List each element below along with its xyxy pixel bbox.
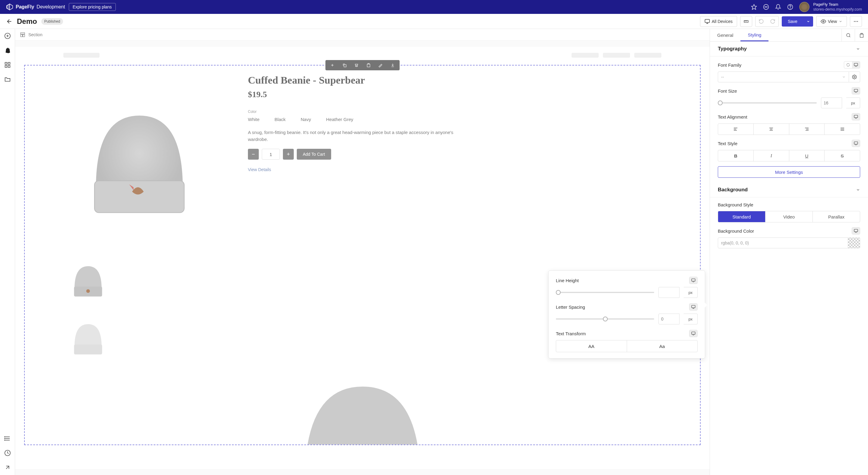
chat-icon[interactable] (763, 4, 769, 10)
typography-header[interactable]: Typography (710, 42, 868, 56)
toolbar-right: All Devices Save View (700, 16, 862, 27)
eye-icon (820, 19, 826, 24)
tab-general[interactable]: General (710, 29, 740, 41)
capitalize-button[interactable]: Aa (627, 340, 698, 352)
underline-icon[interactable]: U (789, 150, 825, 161)
align-center-icon[interactable] (754, 124, 789, 135)
font-size-label: Font Size (718, 88, 737, 94)
strikethrough-icon[interactable]: S (825, 150, 860, 161)
bg-color-input[interactable]: rgba(0, 0, 0, 0) (718, 237, 848, 248)
view-label: View (828, 19, 837, 24)
font-size-input[interactable] (821, 97, 842, 108)
undo-redo-group (755, 16, 779, 27)
inspector-tools (841, 29, 868, 41)
apps-icon[interactable] (4, 62, 11, 68)
svg-rect-72 (854, 229, 858, 232)
more-button[interactable] (850, 16, 862, 27)
svg-rect-70 (854, 142, 858, 144)
help-icon[interactable] (787, 4, 793, 10)
device-toggle[interactable] (852, 140, 860, 147)
bg-style-row: Background Style (718, 202, 860, 207)
undo-button[interactable] (755, 16, 767, 27)
align-left-icon[interactable] (718, 124, 754, 135)
font-family-select[interactable]: -- (718, 71, 849, 82)
view-button[interactable]: View (816, 16, 847, 27)
slider-knob[interactable] (603, 317, 608, 321)
letter-spacing-slider[interactable] (556, 318, 654, 320)
font-size-slider[interactable] (718, 102, 817, 103)
export-icon[interactable] (4, 464, 11, 471)
copy-style-icon[interactable] (855, 29, 868, 41)
user-store: stores-demo.myshopify.com (813, 7, 862, 12)
svg-rect-78 (691, 332, 695, 334)
svg-point-30 (4, 437, 5, 437)
slider-knob[interactable] (718, 100, 723, 105)
device-toggle[interactable] (689, 277, 698, 284)
ruler-button[interactable] (740, 16, 752, 27)
chevron-down-icon (842, 75, 846, 79)
bg-standard-button[interactable]: Standard (718, 211, 766, 222)
back-button[interactable] (6, 18, 13, 25)
bg-color-swatch[interactable] (848, 237, 860, 248)
star-icon[interactable] (751, 4, 757, 10)
save-dropdown[interactable] (803, 16, 813, 27)
chevron-down-icon (856, 47, 860, 51)
desktop-icon[interactable] (689, 277, 697, 284)
redo-button[interactable] (767, 16, 778, 27)
device-toggle[interactable] (844, 61, 860, 68)
folder-icon[interactable] (4, 76, 11, 83)
bg-parallax-button[interactable]: Parallax (813, 211, 860, 222)
svg-point-16 (823, 21, 824, 22)
history-icon[interactable] (4, 450, 11, 456)
sync-icon[interactable] (844, 62, 852, 68)
all-devices-button[interactable]: All Devices (700, 16, 737, 27)
bell-icon[interactable] (775, 4, 781, 10)
bg-style-buttons: Standard Video Parallax (718, 211, 860, 222)
shopify-icon[interactable] (4, 47, 11, 54)
bold-icon[interactable]: B (718, 150, 754, 161)
tab-styling[interactable]: Styling (740, 29, 769, 41)
letter-spacing-unit[interactable]: px (684, 314, 698, 324)
desktop-icon[interactable] (852, 62, 860, 68)
desktop-icon[interactable] (852, 140, 860, 147)
device-toggle[interactable] (852, 87, 860, 94)
letter-spacing-input[interactable] (658, 314, 680, 324)
svg-rect-26 (8, 65, 10, 67)
logo-icon (6, 3, 13, 10)
slider-knob[interactable] (556, 290, 561, 295)
line-height-unit[interactable]: px (684, 287, 698, 298)
desktop-icon[interactable] (689, 304, 697, 310)
svg-point-31 (4, 438, 5, 439)
more-settings-button[interactable]: More Settings (718, 166, 860, 178)
line-height-label: Line Height (556, 278, 579, 283)
layers-icon[interactable] (4, 435, 11, 442)
font-size-unit[interactable]: px (846, 97, 860, 108)
svg-rect-23 (5, 62, 7, 64)
save-button[interactable]: Save (782, 16, 803, 27)
bg-video-button[interactable]: Video (766, 211, 813, 222)
explore-pricing-button[interactable]: Explore pricing plans (69, 3, 116, 11)
inspector-panel: General Styling Typography Font Family (710, 29, 868, 475)
desktop-icon[interactable] (852, 88, 860, 94)
uppercase-button[interactable]: AA (556, 340, 627, 352)
typography-body: Font Family -- Font Size (710, 56, 868, 183)
user-menu[interactable]: PageFly Team stores-demo.myshopify.com (799, 2, 862, 12)
font-settings-button[interactable] (849, 71, 860, 82)
search-icon[interactable] (841, 29, 855, 41)
background-header[interactable]: Background (710, 183, 868, 197)
save-group: Save (782, 16, 813, 27)
add-icon[interactable] (4, 33, 11, 39)
italic-icon[interactable]: I (754, 150, 789, 161)
line-height-input[interactable] (658, 287, 680, 298)
align-right-icon[interactable] (789, 124, 825, 135)
desktop-icon[interactable] (852, 114, 860, 120)
text-style-label: Text Style (718, 141, 737, 146)
line-height-slider[interactable] (556, 292, 654, 293)
device-toggle[interactable] (852, 227, 860, 235)
desktop-icon[interactable] (852, 228, 860, 234)
device-toggle[interactable] (689, 330, 698, 337)
device-toggle[interactable] (689, 303, 698, 310)
device-toggle[interactable] (852, 113, 860, 120)
align-justify-icon[interactable] (825, 124, 860, 135)
desktop-icon[interactable] (689, 330, 697, 337)
